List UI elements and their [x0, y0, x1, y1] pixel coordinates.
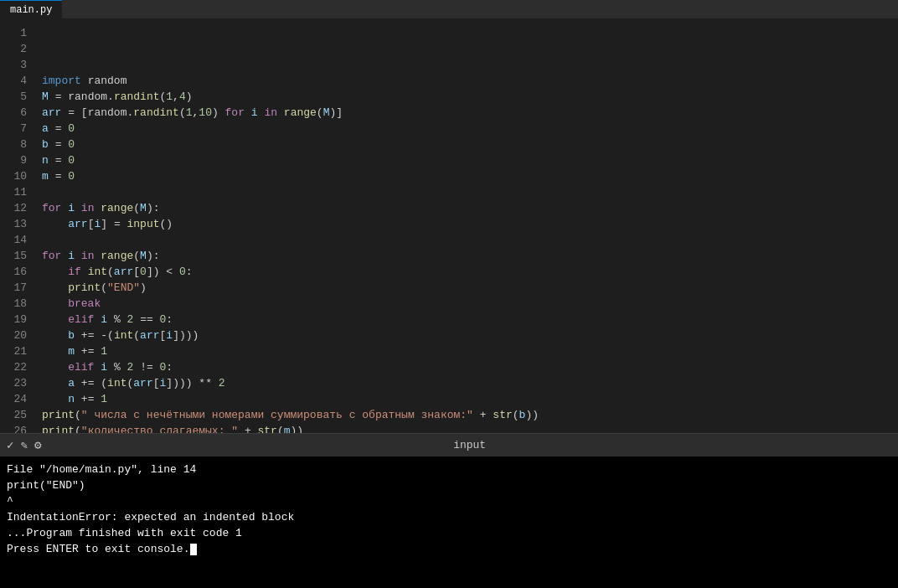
line-number: 9 [0, 152, 35, 168]
line-number: 18 [0, 296, 35, 312]
code-line: print(" числа с нечётными номерами сумми… [42, 407, 898, 423]
line-numbers: 1234567891011121314151617181920212223242… [0, 18, 35, 433]
line-number: 8 [0, 137, 35, 152]
code-line: for i in range(M): [42, 248, 898, 264]
code-line: print("END") [42, 280, 898, 296]
code-editor: 1234567891011121314151617181920212223242… [0, 18, 898, 433]
edit-icon[interactable]: ✎ [20, 438, 27, 452]
code-line: m += 1 [42, 343, 898, 359]
settings-icon[interactable]: ⚙ [34, 438, 41, 452]
tab-bar: main.py [0, 0, 898, 18]
line-number: 26 [0, 423, 35, 433]
terminal-line: ^ [7, 493, 891, 509]
terminal-line: print("END") [7, 477, 891, 493]
terminal-line: ...Program finished with exit code 1 [7, 525, 891, 541]
terminal-line: IndentationError: expected an indented b… [7, 509, 891, 525]
code-line: m = 0 [42, 168, 898, 184]
code-line: if int(arr[0]) < 0: [42, 264, 898, 280]
line-number: 6 [0, 105, 35, 121]
line-number: 12 [0, 200, 35, 216]
code-line: for i in range(M): [42, 200, 898, 216]
code-line [42, 184, 898, 200]
line-number: 1 [0, 25, 35, 41]
code-line: n += 1 [42, 391, 898, 407]
line-number: 25 [0, 407, 35, 423]
line-number: 3 [0, 57, 35, 73]
code-area[interactable]: import randomM = random.randint(1,4)arr … [35, 18, 898, 433]
line-number: 11 [0, 184, 35, 200]
line-number: 20 [0, 328, 35, 343]
code-line: b = 0 [42, 137, 898, 152]
line-number: 14 [0, 232, 35, 248]
line-number: 22 [0, 359, 35, 375]
code-line [42, 232, 898, 248]
code-line: print("количество слагаемых: " + str(m)) [42, 423, 898, 433]
check-icon[interactable]: ✓ [7, 438, 13, 452]
code-line: M = random.randint(1,4) [42, 89, 898, 105]
terminal-cursor [190, 544, 197, 555]
line-number: 5 [0, 89, 35, 105]
terminal[interactable]: File "/home/main.py", line 14 print("END… [0, 456, 898, 588]
code-line: elif i % 2 != 0: [42, 359, 898, 375]
line-number: 10 [0, 168, 35, 184]
code-line: elif i % 2 == 0: [42, 312, 898, 328]
line-number: 2 [0, 41, 35, 57]
code-line: break [42, 296, 898, 312]
input-label: input [48, 439, 891, 451]
line-number: 13 [0, 216, 35, 232]
tab-label: main.py [10, 4, 52, 16]
line-number: 15 [0, 248, 35, 264]
line-number: 24 [0, 391, 35, 407]
line-number: 23 [0, 375, 35, 391]
code-line: n = 0 [42, 152, 898, 168]
code-line: a += (int(arr[i]))) ** 2 [42, 375, 898, 391]
code-line: b += -(int(arr[i]))) [42, 328, 898, 343]
code-line: import random [42, 73, 898, 89]
editor-toolbar: ✓ ✎ ⚙ input [0, 433, 898, 456]
line-number: 19 [0, 312, 35, 328]
line-number: 21 [0, 343, 35, 359]
active-tab[interactable]: main.py [0, 0, 62, 18]
code-line: arr = [random.randint(1,10) for i in ran… [42, 105, 898, 121]
code-line: arr[i] = input() [42, 216, 898, 232]
line-number: 17 [0, 280, 35, 296]
code-line: a = 0 [42, 121, 898, 137]
terminal-line: File "/home/main.py", line 14 [7, 462, 891, 477]
terminal-line: Press ENTER to exit console. [7, 541, 891, 557]
line-number: 7 [0, 121, 35, 137]
line-number: 4 [0, 73, 35, 89]
line-number: 16 [0, 264, 35, 280]
